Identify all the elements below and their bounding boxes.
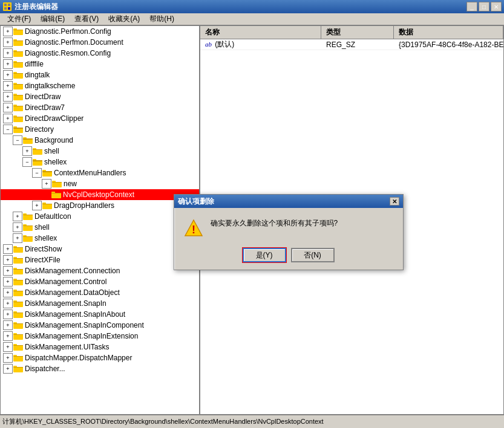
folder-icon [13,299,23,308]
menu-help[interactable]: 帮助(H) [145,13,179,25]
tree-item[interactable]: + DragDropHandlers [1,200,199,211]
expand-icon[interactable]: + [3,364,13,374]
tree-item[interactable]: + dingtalk [1,70,199,80]
tree-item[interactable]: + DiskManagement.SnapInAbout [1,309,199,320]
tree-item[interactable]: + Diagnostic.Resmon.Config [1,48,199,59]
tree-item[interactable]: + DiskManagement.Connection [1,265,199,276]
tree-item[interactable]: + DiskManagement.SnapIn [1,298,199,309]
expand-icon[interactable]: + [3,59,13,69]
menu-edit[interactable]: 编辑(E) [36,13,70,25]
expand-icon[interactable]: + [3,27,13,36]
expand-icon[interactable]: + [3,299,13,308]
dialog-close-button[interactable]: ✕ [390,197,399,206]
collapse-icon[interactable]: − [32,168,42,178]
value-type: REG_SZ [321,41,394,49]
folder-icon [13,277,23,286]
tree-item[interactable]: + shell [1,146,199,157]
expand-icon[interactable]: + [3,244,13,254]
svg-rect-25 [13,95,23,96]
svg-rect-29 [13,117,23,122]
svg-rect-19 [13,73,23,74]
tree-item[interactable]: + shellex [1,233,199,244]
menu-view[interactable]: 查看(V) [70,13,103,25]
tree-item[interactable]: − ContextMenuHandlers [1,167,199,178]
tree-item-label: DiskManagement.Connection [25,267,120,275]
tree-item[interactable]: + shell [1,222,199,233]
tree-item[interactable]: + DirectDraw [1,91,199,102]
collapse-icon[interactable]: − [3,125,13,134]
tree-item[interactable]: + dingtalkscheme [1,80,199,91]
app-icon [2,2,12,11]
right-header: 名称 类型 数据 [200,26,503,39]
tree-item-label: shell [44,147,59,155]
expand-icon[interactable]: + [3,277,13,287]
expand-icon[interactable]: + [3,103,13,112]
expand-icon[interactable]: + [3,353,13,363]
svg-rect-8 [13,41,23,46]
minimize-button[interactable]: _ [466,2,477,11]
tree-item[interactable]: + Diagnostic.Perfmon.Config [1,26,199,37]
tree-item[interactable]: + DirectDraw7 [1,102,199,113]
tree-item[interactable]: + DirectDrawClipper [1,113,199,124]
expand-icon[interactable]: + [3,92,13,102]
tree-item[interactable]: + DefaultIcon [1,211,199,222]
folder-icon [13,103,23,112]
tree-item-label: DirectShow [25,245,62,253]
tree-item[interactable]: + DispatchMapper.DispatchMapper [1,352,199,363]
tree-item[interactable]: + DiskManagement.SnapInComponent [1,320,199,331]
tree-item[interactable]: + Dispatcher... [1,363,199,374]
expand-icon[interactable]: + [13,233,22,243]
expand-icon[interactable]: + [3,255,13,265]
tree-item[interactable]: + difffile [1,59,199,70]
expand-icon[interactable]: + [3,342,13,352]
svg-rect-14 [13,62,23,68]
expand-icon[interactable]: + [22,146,32,156]
menu-favorites[interactable]: 收藏夹(A) [103,13,145,25]
collapse-icon[interactable]: − [22,157,32,167]
maximize-button[interactable]: □ [479,2,489,11]
registry-tree[interactable]: + Diagnostic.Perfmon.Config+ Diagnostic.… [1,26,200,414]
expand-icon[interactable]: + [3,37,13,47]
expand-icon[interactable]: + [3,331,13,341]
close-button[interactable]: ✕ [491,2,502,11]
svg-rect-4 [8,7,10,10]
expand-icon[interactable]: + [3,266,13,276]
tree-item[interactable]: + DiskManagement.DataObject [1,287,199,298]
tree-item[interactable]: NvCplDesktopContext [1,189,199,200]
expand-icon[interactable]: + [42,179,51,189]
dialog-no-button[interactable]: 否(N) [291,248,335,262]
tree-item[interactable]: + DirectXFile [1,255,199,265]
expand-icon[interactable]: + [3,48,13,58]
tree-item-label: ContextMenuHandlers [54,169,126,177]
dialog-title-bar: 确认项删除 ✕ [174,195,403,208]
tree-item-label: DiskManagement.SnapIn [25,299,106,308]
dialog-yes-button[interactable]: 是(Y) [243,248,286,262]
expand-icon[interactable]: + [3,320,13,330]
svg-rect-71 [13,269,23,274]
tree-item[interactable]: + DiskManagement.UITasks [1,342,199,352]
collapse-icon[interactable]: − [13,135,22,145]
tree-item[interactable]: + DirectShow [1,244,199,255]
expand-icon[interactable]: + [3,310,13,319]
tree-item-label: DiskManagement.SnapInExtension [25,332,138,340]
tree-item[interactable]: + DiskManagement.Control [1,276,199,287]
expand-icon[interactable]: + [13,222,22,232]
expand-icon[interactable]: + [13,212,22,221]
table-row[interactable]: ab (默认) REG_SZ {3D1975AF-48C6-4f8e-A182-… [200,39,503,50]
tree-item[interactable]: − shellex [1,157,199,167]
tree-item[interactable]: + Diagnostic.Perfmon.Document [1,37,199,48]
tree-item[interactable]: − Background [1,135,199,146]
folder-icon [13,71,23,79]
menu-file[interactable]: 文件(F) [2,13,36,25]
svg-rect-61 [23,225,33,226]
expand-icon[interactable]: + [3,81,13,91]
expand-icon[interactable]: + [3,288,13,297]
expand-icon[interactable]: + [3,114,13,123]
tree-item[interactable]: − Directory [1,124,199,135]
expand-icon[interactable]: + [32,201,42,210]
tree-item[interactable]: + DiskManagement.SnapInExtension [1,331,199,342]
svg-rect-37 [23,138,33,140]
svg-rect-2 [8,4,10,6]
expand-icon[interactable]: + [3,70,13,80]
tree-item[interactable]: + new [1,178,199,189]
